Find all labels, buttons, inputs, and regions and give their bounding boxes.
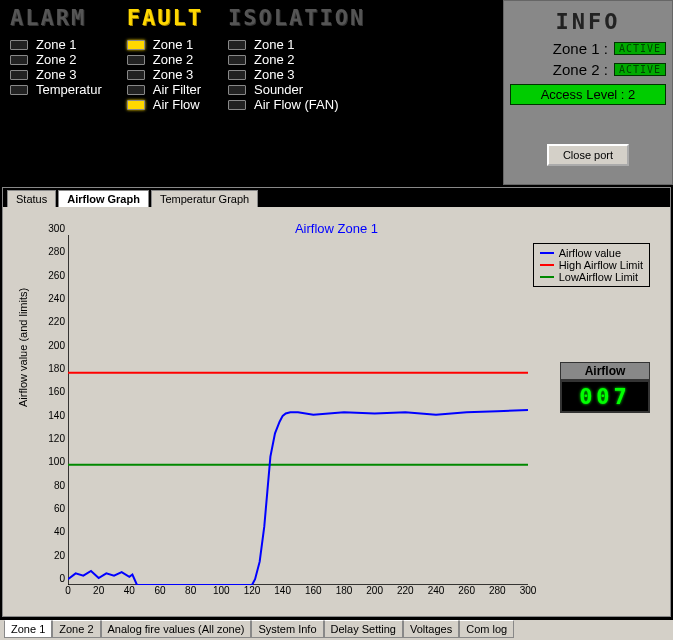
bottom-tab-voltages[interactable]: Voltages [403, 620, 459, 638]
x-tick: 280 [487, 585, 507, 596]
isolation-indicator-1 [228, 55, 246, 65]
bottom-tab-com-log[interactable]: Com log [459, 620, 514, 638]
alarm-indicator-3 [10, 85, 28, 95]
legend-label: Airflow value [559, 247, 621, 259]
y-tick: 120 [35, 433, 65, 444]
x-tick: 20 [89, 585, 109, 596]
y-tick: 20 [35, 550, 65, 561]
info-zone1-row: Zone 1 : ACTIVE [510, 40, 666, 57]
isolation-item-2: Zone 3 [228, 67, 365, 82]
x-tick: 80 [181, 585, 201, 596]
legend-line-icon [540, 252, 554, 254]
access-level-badge: Access Level : 2 [510, 84, 666, 105]
bottom-tab-zone-1[interactable]: Zone 1 [4, 620, 52, 638]
alarm-item-0: Zone 1 [10, 37, 102, 52]
legend-row: Airflow value [540, 247, 643, 259]
isolation-header: ISOLATION [228, 5, 365, 30]
chart-title: Airflow Zone 1 [295, 221, 378, 236]
alarm-label-0: Zone 1 [36, 37, 76, 52]
bottom-tabs: Zone 1Zone 2Analog fire values (All zone… [0, 620, 673, 640]
airflow-display: Airflow 007 [560, 362, 650, 413]
info-zone2-row: Zone 2 : ACTIVE [510, 61, 666, 78]
plot-area [68, 235, 528, 585]
alarm-label-3: Temperatur [36, 82, 102, 97]
x-axis: 0204060801001201401601802002202402602803… [61, 585, 531, 600]
alarm-item-1: Zone 2 [10, 52, 102, 67]
top-tab-status[interactable]: Status [7, 190, 56, 207]
info-title: INFO [510, 9, 666, 34]
isolation-indicator-4 [228, 100, 246, 110]
top-tabs: StatusAirflow GraphTemperatur Graph [3, 188, 670, 207]
alarm-label-1: Zone 2 [36, 52, 76, 67]
x-tick: 60 [150, 585, 170, 596]
fault-indicator-3 [127, 85, 145, 95]
x-tick: 100 [211, 585, 231, 596]
legend-line-icon [540, 276, 554, 278]
isolation-indicator-0 [228, 40, 246, 50]
fault-item-3: Air Filter [127, 82, 203, 97]
x-tick: 200 [365, 585, 385, 596]
fault-indicator-2 [127, 70, 145, 80]
y-tick: 100 [35, 456, 65, 467]
x-tick: 260 [457, 585, 477, 596]
fault-label-4: Air Flow [153, 97, 200, 112]
y-tick: 0 [35, 573, 65, 584]
fault-label-1: Zone 2 [153, 52, 193, 67]
alarm-header: ALARM [10, 5, 102, 30]
isolation-item-1: Zone 2 [228, 52, 365, 67]
fault-indicator-4 [127, 100, 145, 110]
alarm-indicator-0 [10, 40, 28, 50]
y-tick: 60 [35, 503, 65, 514]
bottom-tab-system-info[interactable]: System Info [251, 620, 323, 638]
y-tick: 80 [35, 480, 65, 491]
x-tick: 240 [426, 585, 446, 596]
alarm-item-2: Zone 3 [10, 67, 102, 82]
y-tick: 180 [35, 363, 65, 374]
bottom-tab-zone-2[interactable]: Zone 2 [52, 620, 100, 638]
isolation-label-0: Zone 1 [254, 37, 294, 52]
bottom-tab-analog-fire-values-all-zone-[interactable]: Analog fire values (All zone) [101, 620, 252, 638]
fault-header: FAULT [127, 5, 203, 30]
x-tick: 120 [242, 585, 262, 596]
legend-line-icon [540, 264, 554, 266]
isolation-item-0: Zone 1 [228, 37, 365, 52]
legend-row: High Airflow Limit [540, 259, 643, 271]
top-tab-airflow-graph[interactable]: Airflow Graph [58, 190, 149, 207]
fault-column: FAULT Zone 1Zone 2Zone 3Air FilterAir Fl… [127, 5, 203, 180]
fault-item-2: Zone 3 [127, 67, 203, 82]
fault-item-0: Zone 1 [127, 37, 203, 52]
y-tick: 140 [35, 410, 65, 421]
isolation-label-1: Zone 2 [254, 52, 294, 67]
top-tab-temperatur-graph[interactable]: Temperatur Graph [151, 190, 258, 207]
legend-label: LowAirflow Limit [559, 271, 638, 283]
y-tick: 160 [35, 386, 65, 397]
airflow-display-value: 007 [560, 380, 650, 413]
y-tick: 300 [35, 223, 65, 234]
y-tick: 200 [35, 340, 65, 351]
fault-item-1: Zone 2 [127, 52, 203, 67]
isolation-column: ISOLATION Zone 1Zone 2Zone 3SounderAir F… [228, 5, 365, 180]
x-tick: 40 [119, 585, 139, 596]
alarm-column: ALARM Zone 1Zone 2Zone 3Temperatur [10, 5, 102, 180]
y-tick: 220 [35, 316, 65, 327]
isolation-label-2: Zone 3 [254, 67, 294, 82]
alarm-item-3: Temperatur [10, 82, 102, 97]
isolation-item-3: Sounder [228, 82, 365, 97]
fault-label-3: Air Filter [153, 82, 201, 97]
isolation-label-4: Air Flow (FAN) [254, 97, 339, 112]
info-panel: INFO Zone 1 : ACTIVE Zone 2 : ACTIVE Acc… [503, 0, 673, 185]
x-tick: 180 [334, 585, 354, 596]
x-tick: 300 [518, 585, 538, 596]
bottom-tab-delay-setting[interactable]: Delay Setting [324, 620, 403, 638]
fault-label-0: Zone 1 [153, 37, 193, 52]
y-axis-label: Airflow value (and limits) [17, 288, 29, 407]
isolation-indicator-3 [228, 85, 246, 95]
legend-row: LowAirflow Limit [540, 271, 643, 283]
legend-label: High Airflow Limit [559, 259, 643, 271]
close-port-button[interactable]: Close port [547, 144, 629, 166]
isolation-label-3: Sounder [254, 82, 303, 97]
airflow-display-label: Airflow [560, 362, 650, 380]
x-tick: 140 [273, 585, 293, 596]
chart-legend: Airflow valueHigh Airflow LimitLowAirflo… [533, 243, 650, 287]
alarm-indicator-2 [10, 70, 28, 80]
